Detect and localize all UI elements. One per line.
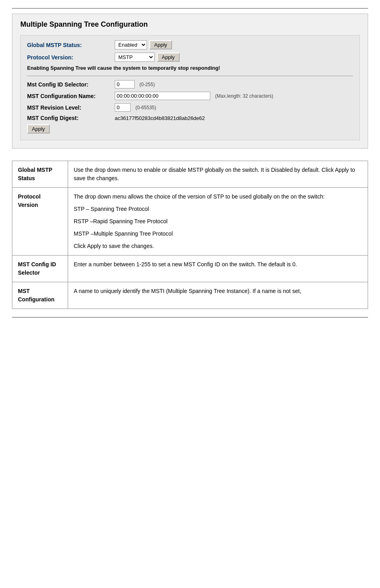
global-mstp-label: Global MSTP Status: <box>27 42 115 48</box>
table-row: MST Config ID SelectorEnter a number bet… <box>12 256 368 282</box>
mst-revision-label: MST Revision Level: <box>27 104 115 111</box>
mst-digest-row: MST Config Digest: ac36177f50283cd4b8382… <box>27 115 353 121</box>
desc-paragraph: Use the drop down menu to enable or disa… <box>74 166 362 183</box>
mst-digest-value: ac36177f50283cd4b83821d8ab26de62 <box>115 115 205 121</box>
table-row: MST ConfigurationA name to uniquely iden… <box>12 282 368 309</box>
global-mstp-row: Global MSTP Status: Enabled Disabled App… <box>27 40 353 49</box>
mst-config-name-label: MST Configuration Name: <box>27 93 115 99</box>
help-table: Global MSTP StatusUse the drop down menu… <box>12 161 368 309</box>
mst-revision-input[interactable] <box>115 103 131 112</box>
term-cell: MST Configuration <box>12 282 68 309</box>
desc-paragraph: The drop down menu allows the choice of … <box>74 193 362 201</box>
global-mstp-controls: Enabled Disabled Apply <box>115 40 172 49</box>
mst-config-name-row: MST Configuration Name: (Max.length: 32 … <box>27 92 353 100</box>
apply-button-2[interactable]: Apply <box>157 53 180 62</box>
protocol-version-label: Protocol Version: <box>27 54 115 61</box>
panel-title: Multiple Spanning Tree Configuration <box>20 20 360 29</box>
term-cell: Protocol Version <box>12 188 68 256</box>
apply-standalone-row: Apply <box>27 124 353 134</box>
top-separator <box>12 8 368 9</box>
desc-cell: Use the drop down menu to enable or disa… <box>68 161 368 188</box>
mst-config-id-label: Mst Config ID Selector: <box>27 81 115 88</box>
mst-digest-label: MST Config Digest: <box>27 115 115 121</box>
desc-cell: A name to uniquely identify the MSTI (Mu… <box>68 282 368 309</box>
warning-row: Enabling Spanning Tree will cause the sy… <box>27 65 353 71</box>
desc-cell: The drop down menu allows the choice of … <box>68 188 368 256</box>
config-inner: Global MSTP Status: Enabled Disabled App… <box>20 35 360 140</box>
protocol-version-row: Protocol Version: STP RSTP MSTP Apply <box>27 53 353 62</box>
table-row: Global MSTP StatusUse the drop down menu… <box>12 161 368 188</box>
protocol-version-select[interactable]: STP RSTP MSTP <box>115 53 155 62</box>
desc-paragraph: RSTP –Rapid Spanning Tree Protocol <box>74 217 362 226</box>
apply-button-1[interactable]: Apply <box>149 40 172 49</box>
mst-config-name-controls: (Max.length: 32 characters) <box>115 92 273 100</box>
desc-paragraph: A name to uniquely identify the MSTI (Mu… <box>74 287 362 295</box>
desc-cell: Enter a number between 1-255 to set a ne… <box>68 256 368 282</box>
protocol-version-controls: STP RSTP MSTP Apply <box>115 53 180 62</box>
desc-paragraph: MSTP –Multiple Spanning Tree Protocol <box>74 230 362 238</box>
mst-revision-hint: (0-65535) <box>135 105 156 110</box>
mst-revision-controls: (0-65535) <box>115 103 156 112</box>
separator-line <box>27 76 353 76</box>
bottom-separator <box>12 317 368 318</box>
mst-config-id-controls: (0-255) <box>115 80 155 88</box>
config-panel: Multiple Spanning Tree Configuration Glo… <box>12 14 368 149</box>
mst-config-id-row: Mst Config ID Selector: (0-255) <box>27 80 353 88</box>
term-cell: MST Config ID Selector <box>12 256 68 282</box>
desc-paragraph: STP – Spanning Tree Protocol <box>74 205 362 213</box>
mst-config-name-input[interactable] <box>115 92 210 100</box>
desc-paragraph: Enter a number between 1-255 to set a ne… <box>74 260 362 269</box>
table-row: Protocol VersionThe drop down menu allow… <box>12 188 368 256</box>
apply-button-3[interactable]: Apply <box>27 124 50 134</box>
mst-config-name-hint: (Max.length: 32 characters) <box>215 93 273 99</box>
mst-revision-row: MST Revision Level: (0-65535) <box>27 103 353 112</box>
mst-config-id-input[interactable] <box>115 80 135 88</box>
warning-text: Enabling Spanning Tree will cause the sy… <box>27 65 220 71</box>
global-mstp-select[interactable]: Enabled Disabled <box>115 40 147 49</box>
desc-paragraph: Click Apply to save the changes. <box>74 242 362 250</box>
page-wrapper: Multiple Spanning Tree Configuration Glo… <box>0 0 380 326</box>
term-cell: Global MSTP Status <box>12 161 68 188</box>
mst-config-id-hint: (0-255) <box>139 82 155 87</box>
